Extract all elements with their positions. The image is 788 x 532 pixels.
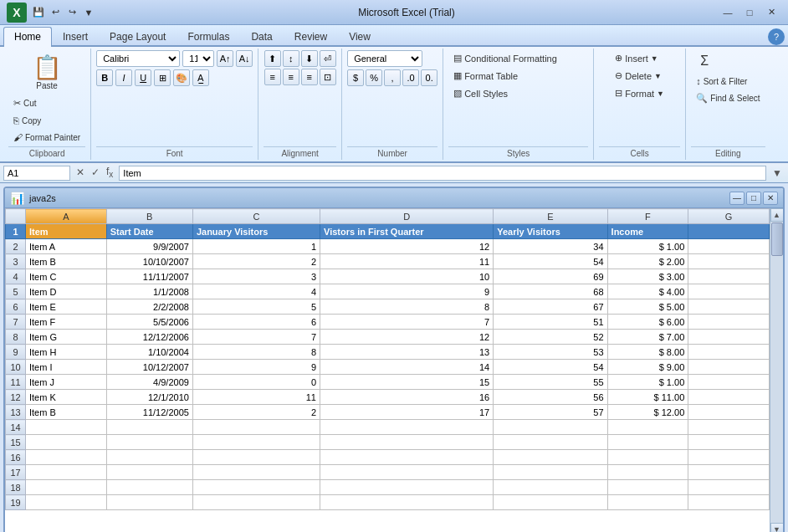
number-format-select[interactable]: General <box>347 50 422 67</box>
conditional-formatting-button[interactable]: ▤Conditional Formatting <box>448 50 562 66</box>
cell[interactable]: 67 <box>494 299 607 315</box>
align-top-button[interactable]: ⬆ <box>264 50 281 67</box>
cell[interactable]: $ 2.00 <box>607 254 688 269</box>
cell[interactable] <box>192 495 320 510</box>
autosum-button[interactable]: Σ <box>691 50 718 72</box>
cell[interactable]: 5 <box>192 299 320 315</box>
align-center-button[interactable]: ≡ <box>283 69 299 85</box>
cell[interactable] <box>607 435 688 450</box>
tab-review[interactable]: Review <box>284 27 338 45</box>
cell[interactable] <box>688 465 770 480</box>
cell[interactable]: 52 <box>494 330 607 345</box>
cell[interactable]: Item E <box>26 299 107 315</box>
cell[interactable]: $ 4.00 <box>607 284 688 299</box>
paste-button[interactable]: 📋 Paste <box>28 50 67 94</box>
cell[interactable]: 69 <box>494 269 607 284</box>
italic-button[interactable]: I <box>115 69 132 86</box>
cell[interactable] <box>607 450 688 465</box>
cell[interactable]: 3 <box>192 269 320 284</box>
help-button[interactable]: ? <box>768 28 785 45</box>
cell-styles-button[interactable]: ▧Cell Styles <box>448 85 513 101</box>
cell[interactable]: Item I <box>26 360 107 375</box>
cell[interactable] <box>106 465 192 480</box>
cell[interactable]: Item A <box>26 239 107 254</box>
cell[interactable] <box>688 435 770 450</box>
formula-expand-button[interactable]: ▼ <box>770 167 785 179</box>
cell[interactable]: Item F <box>26 315 107 330</box>
format-cells-button[interactable]: ⊟Format▼ <box>610 85 669 101</box>
cell[interactable] <box>26 435 107 450</box>
format-as-table-button[interactable]: ▦Format Table <box>448 68 523 84</box>
cell[interactable]: $ 6.00 <box>607 315 688 330</box>
cell[interactable]: 53 <box>494 345 607 360</box>
cell[interactable] <box>688 360 770 375</box>
cell[interactable] <box>494 420 607 435</box>
cell[interactable]: Item <box>26 224 107 239</box>
excel-close-button[interactable]: ✕ <box>763 192 778 205</box>
cell[interactable]: $ 9.00 <box>607 360 688 375</box>
col-header-e[interactable]: E <box>494 209 607 224</box>
cell[interactable] <box>494 495 607 510</box>
cell[interactable]: 54 <box>494 360 607 375</box>
cell[interactable]: Yearly Visitors <box>494 224 607 239</box>
cell[interactable]: $ 7.00 <box>607 330 688 345</box>
tab-home[interactable]: Home <box>3 27 52 47</box>
cell[interactable]: Item B <box>26 254 107 269</box>
cell[interactable]: 11/12/2005 <box>106 405 192 420</box>
merge-button[interactable]: ⊡ <box>320 69 336 85</box>
cell[interactable] <box>106 495 192 510</box>
cell[interactable] <box>192 435 320 450</box>
save-button[interactable]: 💾 <box>32 6 45 19</box>
scroll-thumb[interactable] <box>771 223 783 256</box>
customize-quick-access-button[interactable]: ▼ <box>82 6 95 19</box>
cell[interactable]: 57 <box>494 405 607 420</box>
cell[interactable] <box>607 420 688 435</box>
cell[interactable] <box>688 495 770 510</box>
copy-button[interactable]: ⎘Copy <box>8 113 85 128</box>
cell[interactable] <box>192 450 320 465</box>
cell[interactable]: 34 <box>494 239 607 254</box>
minimize-button[interactable]: — <box>718 5 738 20</box>
cut-button[interactable]: ✂Cut <box>8 95 85 111</box>
decrease-font-button[interactable]: A↓ <box>236 50 253 67</box>
cell[interactable] <box>688 480 770 495</box>
cell[interactable] <box>320 420 494 435</box>
cell[interactable]: $ 5.00 <box>607 299 688 315</box>
cell[interactable]: 12 <box>320 330 494 345</box>
comma-button[interactable]: , <box>384 69 401 86</box>
cell[interactable]: January Visitors <box>192 224 320 239</box>
font-size-select[interactable]: 11 <box>182 50 214 67</box>
cell[interactable]: 54 <box>494 254 607 269</box>
cell[interactable]: Item D <box>26 284 107 299</box>
cell[interactable]: 7 <box>320 315 494 330</box>
cell[interactable]: 11 <box>320 254 494 269</box>
cancel-formula-button[interactable]: ✕ <box>74 166 87 178</box>
sort-filter-button[interactable]: ↕Sort & Filter <box>691 74 752 89</box>
tab-data[interactable]: Data <box>240 27 283 45</box>
cell[interactable] <box>494 435 607 450</box>
cell[interactable]: Item G <box>26 330 107 345</box>
cell[interactable]: $ 12.00 <box>607 405 688 420</box>
vertical-scrollbar[interactable]: ▲ ▼ <box>770 208 783 532</box>
cell[interactable]: 11 <box>192 390 320 405</box>
cell[interactable]: Start Date <box>106 224 192 239</box>
border-button[interactable]: ⊞ <box>154 69 171 86</box>
font-name-select[interactable]: Calibri <box>96 50 180 67</box>
scroll-up-button[interactable]: ▲ <box>770 208 784 222</box>
cell[interactable]: 9 <box>192 360 320 375</box>
wrap-text-button[interactable]: ⏎ <box>320 50 336 67</box>
percent-button[interactable]: % <box>366 69 382 86</box>
tab-formulas[interactable]: Formulas <box>177 27 240 45</box>
cell[interactable] <box>688 224 770 239</box>
cell[interactable] <box>688 284 770 299</box>
cell[interactable] <box>320 450 494 465</box>
cell[interactable] <box>26 465 107 480</box>
fill-color-button[interactable]: 🎨 <box>173 69 190 86</box>
cell[interactable] <box>688 269 770 284</box>
col-header-b[interactable]: B <box>106 209 192 224</box>
cell[interactable]: 1/10/2004 <box>106 345 192 360</box>
cell[interactable]: 5/5/2006 <box>106 315 192 330</box>
align-bottom-button[interactable]: ⬇ <box>301 50 318 67</box>
insert-function-button[interactable]: fx <box>104 166 115 179</box>
cell[interactable] <box>192 420 320 435</box>
